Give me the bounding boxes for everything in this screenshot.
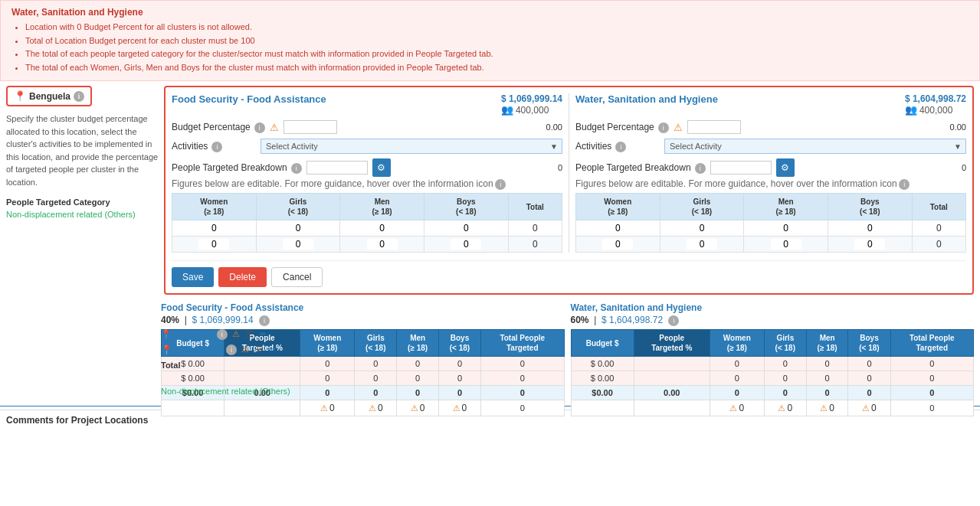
delete-button[interactable]: Delete xyxy=(218,267,267,287)
lr-r2-women: 0 xyxy=(710,371,764,386)
benguela-warning-btn[interactable]: ⚠ xyxy=(231,328,241,340)
ll-warn-total: 0 xyxy=(481,400,564,416)
cluster-left-people: 👥 400,000 xyxy=(501,104,562,116)
budget-pct-input-left[interactable] xyxy=(284,120,337,134)
activities-label-right: Activities i xyxy=(575,141,660,152)
breakdown-hint-icon-right[interactable]: i xyxy=(899,179,910,190)
ll-r2-boys: 0 xyxy=(438,371,480,386)
cell-left-r1-men[interactable] xyxy=(340,220,424,237)
ll-r2-girls: 0 xyxy=(355,371,397,386)
cell-right-r2-boys[interactable] xyxy=(828,237,912,253)
lower-cluster-left-title: Food Security - Food Assistance xyxy=(161,302,565,313)
ll-r2-men: 0 xyxy=(397,371,439,386)
cell-left-r2-men[interactable] xyxy=(340,237,424,253)
ll-total-men: 0 xyxy=(397,386,439,400)
lr-total-budget: $0.00 xyxy=(571,386,634,400)
budget-pct-info-right[interactable]: i xyxy=(658,122,669,133)
cluster-left: Food Security - Food Assistance $ 1,069,… xyxy=(172,93,562,253)
breakdown-settings-right[interactable]: ⚙ xyxy=(776,158,795,177)
breakdown-info-left[interactable]: i xyxy=(291,163,302,174)
cuanza-edit-btn[interactable]: ✏ xyxy=(267,344,277,355)
main-content: 📍 Benguela i Specify the cluster budget … xyxy=(0,81,980,299)
cluster-left-budget: $ 1,069,999.14 xyxy=(501,93,562,104)
benguela-edit-btn[interactable]: ✏ xyxy=(258,328,268,340)
total-row-label: Total xyxy=(161,360,314,371)
left-panel: 📍 Benguela i Specify the cluster budget … xyxy=(6,86,159,295)
lr-r2-men: 0 xyxy=(806,371,848,386)
people-target-category: Non-displacement related (Others) xyxy=(6,210,159,219)
lower-cluster-right-title: Water, Sanitation and Hygiene xyxy=(571,302,975,313)
ll-r1-boys: 0 xyxy=(438,357,480,371)
lr-r1-women: 0 xyxy=(710,357,764,371)
location-info-icon[interactable]: i xyxy=(74,91,84,102)
breakdown-count-left: 0 xyxy=(558,163,562,172)
activities-select-right[interactable]: Select Activity xyxy=(664,139,966,154)
activities-info-left[interactable]: i xyxy=(211,142,222,152)
location-row-cuanza: 📍 Cuanza Sul i ⚠ ☰ ✏ xyxy=(161,342,314,357)
cell-right-r1-girls[interactable] xyxy=(660,220,744,237)
cell-right-r2-total: 0 xyxy=(912,237,965,253)
benguela-info-icon[interactable]: i xyxy=(217,329,228,340)
cell-left-r2-boys[interactable] xyxy=(424,237,508,253)
budget-pct-row-right: Budget Percentage i ⚠ 0.00 xyxy=(575,120,966,134)
breakdown-table-right: Women(≥ 18) Girls(< 18) Men(≥ 18) Boys(<… xyxy=(575,193,966,253)
ll-warn-boys: ⚠ 0 xyxy=(438,400,480,416)
cell-left-r1-girls[interactable] xyxy=(256,220,340,237)
activities-row-right: Activities i Select Activity ▼ xyxy=(575,139,966,154)
location-name: Benguela xyxy=(29,91,70,102)
cell-right-r2-women[interactable] xyxy=(576,237,660,253)
col-girls-left: Girls(< 18) xyxy=(256,194,340,220)
lower-right-row-benguela: $ 0.00 0 0 0 0 0 xyxy=(571,357,974,371)
cluster-right-people: 👥 400,000 xyxy=(905,104,966,116)
ll-r2-total: 0 xyxy=(481,371,564,386)
lower-right-th-men: Men(≥ 18) xyxy=(806,330,848,357)
ll-warn-empty2 xyxy=(225,400,300,416)
budget-pct-label-left: Budget Percentage i xyxy=(172,122,265,133)
breakdown-input-left[interactable] xyxy=(306,161,368,175)
cell-left-r1-women[interactable] xyxy=(172,220,257,237)
col-total-right: Total xyxy=(912,194,965,220)
activities-select-wrapper-left: Select Activity ▼ xyxy=(261,139,562,154)
cell-right-r1-women[interactable] xyxy=(576,220,660,237)
save-button[interactable]: Save xyxy=(172,267,214,287)
breakdown-settings-left[interactable]: ⚙ xyxy=(372,158,391,177)
activities-select-left[interactable]: Select Activity xyxy=(261,139,562,154)
breakdown-hint-icon-left[interactable]: i xyxy=(495,179,506,190)
budget-pct-input-right[interactable] xyxy=(687,120,741,134)
cuanza-info-icon[interactable]: i xyxy=(226,344,237,355)
cell-left-r2-women[interactable] xyxy=(172,237,257,253)
breakdown-input-right[interactable] xyxy=(710,161,772,175)
cell-right-r2-men[interactable] xyxy=(744,237,828,253)
col-girls-right: Girls(< 18) xyxy=(660,194,744,220)
lower-right-row-cuanza: $ 0.00 0 0 0 0 0 xyxy=(571,371,974,386)
cuanza-list-btn[interactable]: ☰ xyxy=(254,344,264,355)
cell-right-r1-boys[interactable] xyxy=(828,220,912,237)
breakdown-info-right[interactable]: i xyxy=(695,163,706,174)
lower-left-info-icon[interactable]: i xyxy=(259,315,270,326)
cancel-button[interactable]: Cancel xyxy=(271,267,323,287)
lower-right-total-row: $0.00 0.00 0 0 0 0 0 xyxy=(571,386,974,400)
budget-warning-right: ⚠ xyxy=(674,122,683,133)
ll-warn-girls: ⚠ 0 xyxy=(355,400,397,416)
error-item-4: The total of each Women, Girls, Men and … xyxy=(25,61,969,75)
activities-info-right[interactable]: i xyxy=(615,142,626,152)
left-description: Specify the cluster budget percentage al… xyxy=(6,113,159,188)
benguela-list-btn[interactable]: ☰ xyxy=(244,328,255,340)
cell-right-r1-men[interactable] xyxy=(744,220,828,237)
breakdown-hint-left: Figures below are editable. For more gui… xyxy=(172,178,562,190)
lr-total-men: 0 xyxy=(806,386,848,400)
cuanza-warning-btn[interactable]: ⚠ xyxy=(240,344,251,355)
people-icon-left: 👥 xyxy=(501,104,513,116)
cell-left-r1-boys[interactable] xyxy=(424,220,508,237)
comments-label: Comments for Project Locations xyxy=(6,415,148,426)
location-badge: 📍 Benguela i xyxy=(6,86,92,106)
ll-r1-men: 0 xyxy=(397,357,439,371)
error-item-1: Location with 0 Budget Percent for all c… xyxy=(25,21,969,34)
cell-right-r2-girls[interactable] xyxy=(660,237,744,253)
location-name-cuanza: Cuanza Sul xyxy=(175,344,223,355)
budget-pct-info-left[interactable]: i xyxy=(254,122,265,133)
lower-left-th-total: Total PeopleTargeted xyxy=(481,330,564,357)
lower-right-th-boys: Boys(< 18) xyxy=(848,330,890,357)
cell-left-r2-girls[interactable] xyxy=(256,237,340,253)
lower-right-info-icon[interactable]: i xyxy=(668,315,679,326)
